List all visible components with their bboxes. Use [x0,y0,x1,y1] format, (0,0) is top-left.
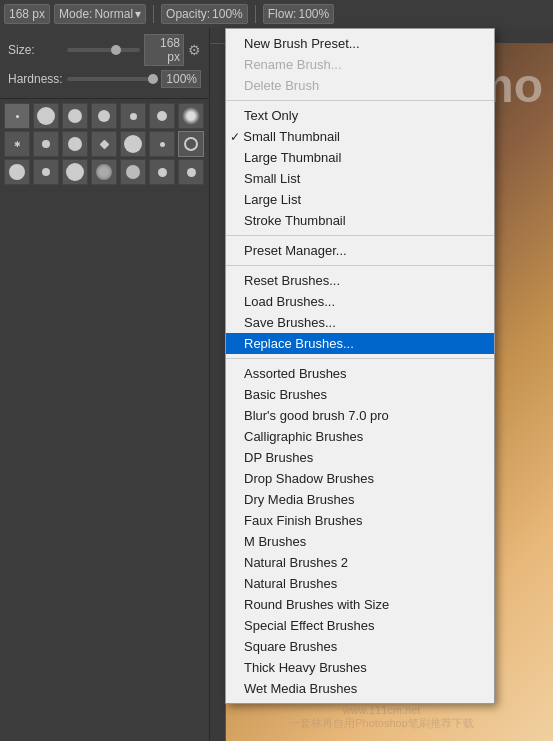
brush-cell[interactable] [120,103,146,129]
opacity-box[interactable]: Opacity: 100% [161,4,248,24]
menu-item-basic-brushes[interactable]: Basic Brushes [226,384,494,405]
menu-item-blurs-good-brush[interactable]: Blur's good brush 7.0 pro [226,405,494,426]
menu-item-new-brush-preset[interactable]: New Brush Preset... [226,33,494,54]
flow-value: 100% [298,7,329,21]
brush-cell[interactable] [149,103,175,129]
left-panel: Size: 168 px ⚙ Hardness: 100% [0,28,210,741]
toolbar-separator-2 [255,5,256,23]
top-toolbar: 168 px Mode: Normal ▾ Opacity: 100% Flow… [0,0,553,28]
opacity-value: 100% [212,7,243,21]
menu-divider [226,100,494,101]
opacity-label: Opacity: [166,7,210,21]
menu-item-faux-finish-brushes[interactable]: Faux Finish Brushes [226,510,494,531]
brush-cell[interactable] [4,103,30,129]
brush-cell[interactable] [178,159,204,185]
brush-cell[interactable] [33,131,59,157]
brush-cell[interactable] [91,159,117,185]
menu-item-rename-brush: Rename Brush... [226,54,494,75]
menu-item-large-list[interactable]: Large List [226,189,494,210]
hardness-slider[interactable] [67,77,157,81]
menu-item-dry-media-brushes[interactable]: Dry Media Brushes [226,489,494,510]
ruler-left [210,44,226,741]
menu-item-stroke-thumbnail[interactable]: Stroke Thumbnail [226,210,494,231]
menu-divider [226,265,494,266]
size-control-row: Size: 168 px ⚙ [8,34,201,66]
hardness-display: 100% [161,70,201,88]
watermark-area: www.111cm.net 一套林再自用Photoshop笔刷推荐下载 [210,704,553,731]
menu-item-delete-brush: Delete Brush [226,75,494,96]
brush-cell[interactable] [178,131,204,157]
brush-cell[interactable] [120,131,146,157]
brush-cell[interactable] [149,159,175,185]
hardness-control-row: Hardness: 100% [8,70,201,88]
menu-divider [226,358,494,359]
size-slider[interactable] [67,48,140,52]
brush-cell[interactable] [62,131,88,157]
menu-item-text-only[interactable]: Text Only [226,105,494,126]
menu-item-calligraphic-brushes[interactable]: Calligraphic Brushes [226,426,494,447]
mode-dropdown-arrow: ▾ [135,7,141,21]
menu-item-natural-brushes-2[interactable]: Natural Brushes 2 [226,552,494,573]
menu-item-thick-heavy-brushes[interactable]: Thick Heavy Brushes [226,657,494,678]
mode-label-text: Mode: [59,7,92,21]
brush-cell[interactable]: ✱ [4,131,30,157]
menu-item-special-effect-brushes[interactable]: Special Effect Brushes [226,615,494,636]
size-label: Size: [8,43,63,57]
menu-item-round-brushes-with-size[interactable]: Round Brushes with Size [226,594,494,615]
hardness-label: Hardness: [8,72,63,86]
brush-cell[interactable] [33,159,59,185]
brush-cell[interactable] [62,103,88,129]
size-display: 168 px [144,34,184,66]
flow-label: Flow: [268,7,297,21]
menu-item-m-brushes[interactable]: M Brushes [226,531,494,552]
brush-cell[interactable] [33,103,59,129]
brush-cell[interactable] [62,159,88,185]
menu-item-save-brushes[interactable]: Save Brushes... [226,312,494,333]
brush-settings-icon[interactable]: ⚙ [188,42,201,58]
menu-item-drop-shadow-brushes[interactable]: Drop Shadow Brushes [226,468,494,489]
menu-item-assorted-brushes[interactable]: Assorted Brushes [226,363,494,384]
menu-item-natural-brushes[interactable]: Natural Brushes [226,573,494,594]
brush-size-value: 168 px [9,7,45,21]
mode-value: Normal [94,7,133,21]
brush-controls: Size: 168 px ⚙ Hardness: 100% [0,28,209,99]
menu-divider [226,235,494,236]
size-slider-thumb[interactable] [111,45,121,55]
menu-item-small-list[interactable]: Small List [226,168,494,189]
menu-item-square-brushes[interactable]: Square Brushes [226,636,494,657]
menu-item-dp-brushes[interactable]: DP Brushes [226,447,494,468]
brush-cell[interactable] [91,131,117,157]
hardness-slider-thumb[interactable] [148,74,158,84]
flow-box[interactable]: Flow: 100% [263,4,334,24]
menu-item-large-thumbnail[interactable]: Large Thumbnail [226,147,494,168]
brush-options-menu: New Brush Preset...Rename Brush...Delete… [225,28,495,704]
menu-item-preset-manager[interactable]: Preset Manager... [226,240,494,261]
menu-item-small-thumbnail[interactable]: Small Thumbnail [226,126,494,147]
menu-item-replace-brushes[interactable]: Replace Brushes... [226,333,494,354]
watermark-line1: www.111cm.net [210,704,553,716]
brush-grid: ✱ [0,99,209,189]
brush-cell[interactable] [149,131,175,157]
menu-item-reset-brushes[interactable]: Reset Brushes... [226,270,494,291]
watermark-line2: 一套林再自用Photoshop笔刷推荐下载 [210,716,553,731]
brush-cell[interactable] [91,103,117,129]
brush-size-box[interactable]: 168 px [4,4,50,24]
brush-cell[interactable] [4,159,30,185]
brush-cell-special[interactable] [178,103,204,129]
toolbar-separator-1 [153,5,154,23]
menu-item-wet-media-brushes[interactable]: Wet Media Brushes [226,678,494,699]
menu-item-load-brushes[interactable]: Load Brushes... [226,291,494,312]
mode-box[interactable]: Mode: Normal ▾ [54,4,146,24]
brush-cell[interactable] [120,159,146,185]
